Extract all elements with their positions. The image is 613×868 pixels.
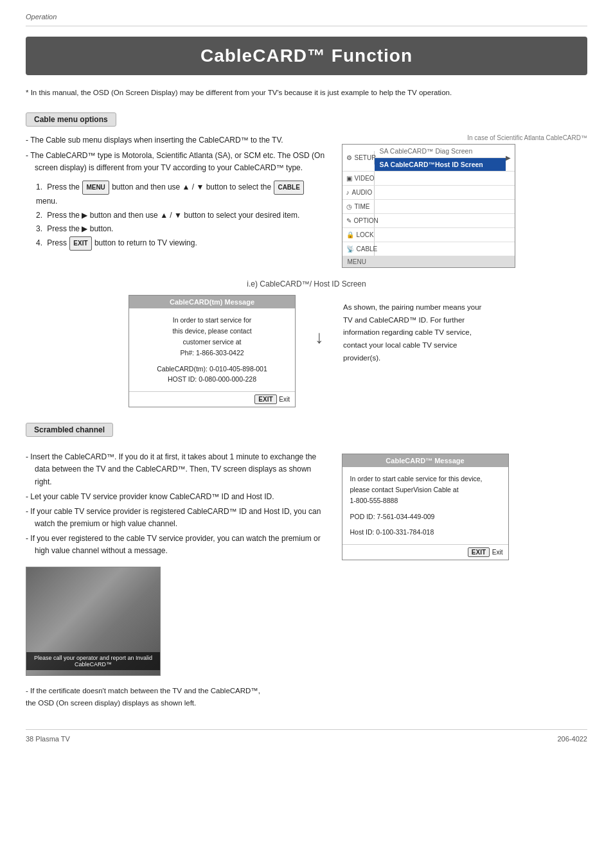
msg-line5: CableCARD(tm): 0-010-405-898-001 bbox=[137, 364, 287, 375]
msg-line3: customer service at bbox=[137, 337, 287, 348]
video-content bbox=[375, 175, 515, 182]
cable-menu-right: In case of Scientific Atlanta CableCARD™… bbox=[342, 134, 588, 268]
video-icon: ▣ bbox=[346, 175, 352, 182]
lock-label: LOCK bbox=[357, 231, 374, 238]
setup-icon: ⚙ bbox=[346, 154, 352, 161]
video-icon-cell: ▣ VIDEO bbox=[342, 172, 375, 185]
time-icon: ◷ bbox=[346, 203, 352, 210]
scrambled-bullet-2: Let your cable TV service provider know … bbox=[26, 491, 326, 503]
exit-button-label: EXIT bbox=[69, 236, 91, 251]
scrambled-bullet-1: Insert the CableCARD™. If you do it at f… bbox=[26, 451, 326, 488]
option-icon: ✎ bbox=[346, 217, 351, 224]
setup-label: SETUP bbox=[355, 154, 376, 161]
s-msg-line2: please contact SuperVision Cable at bbox=[350, 484, 501, 495]
scrambled-right: CableCARD™ Message In order to start cab… bbox=[342, 451, 588, 710]
arrow-down-container: ↓ bbox=[315, 308, 324, 348]
host-screen-label: i.e) CableCARD™/ Host ID Screen bbox=[26, 279, 587, 288]
cable-button-label: CABLE bbox=[274, 181, 303, 195]
cable-icon-cell: 📡 CABLE bbox=[342, 242, 375, 256]
menu-button-label: MENU bbox=[82, 181, 109, 195]
lock-content bbox=[375, 232, 515, 238]
msg-line1: In order to start service for bbox=[137, 315, 287, 326]
scrambled-label: Scrambled channel bbox=[26, 423, 113, 437]
cablecard-msg-title: CableCARD(tm) Message bbox=[129, 296, 295, 308]
cablecard-msg-box: CableCARD(tm) Message In order to start … bbox=[129, 295, 296, 407]
menu-mockup: ⚙ SETUP SA CableCARD™ Diag Screen SA Cab… bbox=[342, 144, 515, 268]
cable-bullet-2: The CableCARD™ type is Motorola, Scienti… bbox=[26, 150, 326, 174]
footer-right: 206-4022 bbox=[558, 735, 588, 743]
scrambled-section: Scrambled channel Insert the CableCARD™.… bbox=[26, 423, 587, 710]
cable-step-1: 1. Press the MENU button and then use ▲ … bbox=[26, 181, 326, 209]
operation-label: Operation bbox=[26, 13, 587, 21]
menu-row-time: ◷ TIME bbox=[342, 200, 515, 214]
page-title: CableCARD™ Function bbox=[39, 46, 574, 66]
down-arrow-icon: ↓ bbox=[315, 327, 324, 348]
scrambled-msg-footer: EXIT Exit bbox=[342, 544, 508, 560]
tv-image-container: Please call your operator and report an … bbox=[26, 567, 161, 676]
tv-overlay: Please call your operator and report an … bbox=[26, 652, 160, 670]
scrambled-msg-title: CableCARD™ Message bbox=[342, 454, 508, 467]
cable-steps: 1. Press the MENU button and then use ▲ … bbox=[26, 181, 326, 251]
scrambled-layout: Insert the CableCARD™. If you do it at f… bbox=[26, 451, 587, 710]
audio-icon-cell: ♪ AUDIO bbox=[342, 186, 375, 199]
s-msg-line4: POD ID: 7-561-034-449-009 bbox=[350, 511, 501, 522]
menu-footer: MENU bbox=[342, 256, 515, 267]
menu-row-video: ▣ VIDEO bbox=[342, 172, 515, 186]
scrambled-msg-body: In order to start cable service for this… bbox=[342, 467, 508, 544]
disclaimer: * In this manual, the OSD (On Screen Dis… bbox=[26, 87, 587, 98]
cable-bullet-1: The Cable sub menu displays when inserti… bbox=[26, 134, 326, 146]
cable-step-3: 3. Press the ▶ button. bbox=[26, 222, 326, 236]
cable-bullets: The Cable sub menu displays when inserti… bbox=[26, 134, 326, 174]
scrambled-bullet-4: If you ever registered to the cable TV s… bbox=[26, 533, 326, 557]
setup-arrow: ▶ bbox=[506, 154, 515, 161]
scrambled-bullets: Insert the CableCARD™. If you do it at f… bbox=[26, 451, 326, 558]
cert-line1: - If the certificate doesn't match betwe… bbox=[26, 685, 326, 698]
audio-icon: ♪ bbox=[346, 189, 350, 196]
cablecard-msg-body: In order to start service for this devic… bbox=[129, 308, 295, 391]
cable-menu-section: Cable menu options The Cable sub menu di… bbox=[26, 112, 587, 268]
page-title-box: CableCARD™ Function bbox=[26, 37, 587, 75]
sa-diag-item: SA CableCARD™ Diag Screen bbox=[375, 145, 506, 158]
msg-line6: HOST ID: 0-080-000-000-228 bbox=[137, 374, 287, 385]
s-msg-line5: Host ID: 0-100-331-784-018 bbox=[350, 527, 501, 538]
cable-menu-left: The Cable sub menu displays when inserti… bbox=[26, 134, 326, 268]
menu-row-audio: ♪ AUDIO bbox=[342, 186, 515, 200]
cable-icon: 📡 bbox=[346, 245, 354, 252]
setup-icon-cell: ⚙ SETUP bbox=[342, 151, 375, 164]
msg-line4: Ph#: 1-866-303-0422 bbox=[137, 348, 287, 359]
scrambled-bullet-3: If your cable TV service provider is reg… bbox=[26, 506, 326, 530]
cablecard-msg-footer: EXIT Exit bbox=[129, 391, 295, 407]
exit-btn[interactable]: EXIT bbox=[254, 394, 276, 404]
page-footer: 38 Plasma TV 206-4022 bbox=[26, 729, 587, 743]
time-content bbox=[375, 204, 515, 210]
cable-menu-label: Cable menu options bbox=[26, 112, 116, 127]
lock-icon: 🔒 bbox=[346, 231, 354, 238]
msg-line2: this device, please contact bbox=[137, 326, 287, 337]
s-msg-line3: 1-800-555-8888 bbox=[350, 495, 501, 506]
audio-label: AUDIO bbox=[352, 189, 373, 196]
menu-row-option: ✎ OPTION bbox=[342, 214, 515, 228]
option-icon-cell: ✎ OPTION bbox=[342, 214, 375, 227]
menu-row-setup: ⚙ SETUP SA CableCARD™ Diag Screen SA Cab… bbox=[342, 145, 515, 172]
scrambled-left: Insert the CableCARD™. If you do it at f… bbox=[26, 451, 326, 710]
video-label: VIDEO bbox=[355, 175, 375, 182]
scrambled-msg-box: CableCARD™ Message In order to start cab… bbox=[342, 454, 509, 560]
menu-row-cable: 📡 CABLE bbox=[342, 242, 515, 256]
audio-content bbox=[375, 190, 515, 196]
cert-text: - If the certificate doesn't match betwe… bbox=[26, 685, 326, 710]
menu-row-lock: 🔒 LOCK bbox=[342, 228, 515, 242]
time-label: TIME bbox=[355, 203, 370, 210]
cable-step-4: 4. Press EXIT button to return to TV vie… bbox=[26, 236, 326, 251]
lock-icon-cell: 🔒 LOCK bbox=[342, 228, 375, 242]
cert-line2: the OSD (On screen display) displays as … bbox=[26, 697, 326, 710]
sa-hostid-item: SA CableCARD™Host ID Screen bbox=[375, 158, 506, 171]
scrambled-exit-btn[interactable]: EXIT bbox=[468, 547, 490, 557]
host-screen-layout: CableCARD(tm) Message In order to start … bbox=[26, 295, 587, 407]
host-screen-section: i.e) CableCARD™/ Host ID Screen CableCAR… bbox=[26, 279, 587, 407]
sa-label: In case of Scientific Atlanta CableCARD™ bbox=[342, 134, 588, 141]
option-content bbox=[375, 218, 515, 224]
host-description: As shown, the pairing number means your … bbox=[343, 301, 484, 364]
footer-left: 38 Plasma TV bbox=[26, 735, 70, 743]
cable-content bbox=[375, 246, 515, 252]
s-msg-line1: In order to start cable service for this… bbox=[350, 474, 501, 484]
